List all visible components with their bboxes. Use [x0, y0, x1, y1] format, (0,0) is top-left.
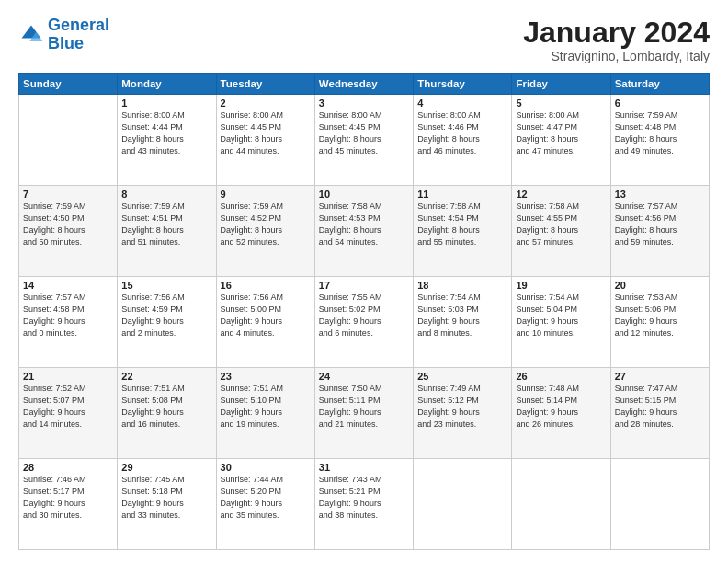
- logo-line1: General: [48, 16, 109, 34]
- table-row: [19, 95, 118, 186]
- calendar-header-row: Sunday Monday Tuesday Wednesday Thursday…: [19, 74, 710, 95]
- table-row: 31Sunrise: 7:43 AM Sunset: 5:21 PM Dayli…: [314, 459, 413, 550]
- day-number: 21: [23, 371, 113, 382]
- day-info: Sunrise: 7:51 AM Sunset: 5:10 PM Dayligh…: [221, 383, 311, 431]
- calendar-week-row: 21Sunrise: 7:52 AM Sunset: 5:07 PM Dayli…: [19, 368, 710, 459]
- day-info: Sunrise: 7:51 AM Sunset: 5:08 PM Dayligh…: [121, 383, 211, 431]
- day-info: Sunrise: 7:59 AM Sunset: 4:48 PM Dayligh…: [615, 109, 705, 157]
- table-row: 26Sunrise: 7:48 AM Sunset: 5:14 PM Dayli…: [512, 368, 610, 459]
- table-row: 29Sunrise: 7:45 AM Sunset: 5:18 PM Dayli…: [118, 459, 216, 550]
- logo-icon: [18, 22, 44, 48]
- day-number: 4: [417, 98, 507, 109]
- day-info: Sunrise: 7:43 AM Sunset: 5:21 PM Dayligh…: [319, 474, 409, 522]
- table-row: 16Sunrise: 7:56 AM Sunset: 5:00 PM Dayli…: [216, 277, 314, 368]
- calendar-table: Sunday Monday Tuesday Wednesday Thursday…: [18, 73, 710, 550]
- day-number: 13: [615, 189, 705, 200]
- table-row: [512, 459, 610, 550]
- day-info: Sunrise: 8:00 AM Sunset: 4:45 PM Dayligh…: [319, 109, 409, 157]
- col-wednesday: Wednesday: [314, 74, 413, 95]
- calendar-week-row: 14Sunrise: 7:57 AM Sunset: 4:58 PM Dayli…: [19, 277, 710, 368]
- day-number: 30: [221, 462, 311, 473]
- day-number: 25: [417, 371, 507, 382]
- col-monday: Monday: [118, 74, 216, 95]
- table-row: 21Sunrise: 7:52 AM Sunset: 5:07 PM Dayli…: [19, 368, 118, 459]
- day-number: 10: [319, 189, 409, 200]
- month-title: January 2024: [523, 17, 710, 49]
- title-block: January 2024 Stravignino, Lombardy, Ital…: [523, 17, 710, 63]
- day-number: 12: [516, 189, 606, 200]
- table-row: 14Sunrise: 7:57 AM Sunset: 4:58 PM Dayli…: [19, 277, 118, 368]
- table-row: 6Sunrise: 7:59 AM Sunset: 4:48 PM Daylig…: [610, 95, 709, 186]
- day-number: 1: [121, 98, 211, 109]
- day-number: 16: [221, 280, 311, 291]
- col-sunday: Sunday: [19, 74, 118, 95]
- day-info: Sunrise: 7:58 AM Sunset: 4:54 PM Dayligh…: [417, 201, 507, 248]
- header: General Blue January 2024 Stravignino, L…: [18, 17, 710, 63]
- logo: General Blue: [18, 17, 109, 53]
- day-info: Sunrise: 7:56 AM Sunset: 4:59 PM Dayligh…: [121, 292, 211, 339]
- day-info: Sunrise: 7:54 AM Sunset: 5:04 PM Dayligh…: [516, 292, 606, 339]
- day-number: 28: [23, 462, 113, 473]
- day-info: Sunrise: 7:57 AM Sunset: 4:56 PM Dayligh…: [615, 201, 705, 248]
- table-row: 30Sunrise: 7:44 AM Sunset: 5:20 PM Dayli…: [216, 459, 314, 550]
- table-row: 13Sunrise: 7:57 AM Sunset: 4:56 PM Dayli…: [610, 186, 709, 277]
- calendar-week-row: 7Sunrise: 7:59 AM Sunset: 4:50 PM Daylig…: [19, 186, 710, 277]
- table-row: 23Sunrise: 7:51 AM Sunset: 5:10 PM Dayli…: [216, 368, 314, 459]
- day-info: Sunrise: 7:58 AM Sunset: 4:55 PM Dayligh…: [516, 201, 606, 248]
- table-row: 19Sunrise: 7:54 AM Sunset: 5:04 PM Dayli…: [512, 277, 610, 368]
- day-info: Sunrise: 7:55 AM Sunset: 5:02 PM Dayligh…: [319, 292, 409, 339]
- day-info: Sunrise: 7:44 AM Sunset: 5:20 PM Dayligh…: [221, 474, 311, 522]
- day-number: 3: [319, 98, 409, 109]
- day-number: 17: [319, 280, 409, 291]
- logo-text: General Blue: [48, 17, 109, 53]
- day-number: 27: [615, 371, 705, 382]
- table-row: 20Sunrise: 7:53 AM Sunset: 5:06 PM Dayli…: [610, 277, 709, 368]
- day-info: Sunrise: 8:00 AM Sunset: 4:44 PM Dayligh…: [121, 109, 211, 157]
- table-row: 15Sunrise: 7:56 AM Sunset: 4:59 PM Dayli…: [118, 277, 216, 368]
- day-info: Sunrise: 7:56 AM Sunset: 5:00 PM Dayligh…: [221, 292, 311, 339]
- table-row: 17Sunrise: 7:55 AM Sunset: 5:02 PM Dayli…: [314, 277, 413, 368]
- col-friday: Friday: [512, 74, 610, 95]
- day-info: Sunrise: 8:00 AM Sunset: 4:47 PM Dayligh…: [516, 109, 606, 157]
- day-number: 22: [121, 371, 211, 382]
- day-number: 19: [516, 280, 606, 291]
- day-number: 2: [221, 98, 311, 109]
- day-info: Sunrise: 7:48 AM Sunset: 5:14 PM Dayligh…: [516, 383, 606, 431]
- day-info: Sunrise: 7:50 AM Sunset: 5:11 PM Dayligh…: [319, 383, 409, 431]
- day-info: Sunrise: 7:58 AM Sunset: 4:53 PM Dayligh…: [319, 201, 409, 248]
- logo-line2: Blue: [48, 34, 84, 52]
- day-number: 11: [417, 189, 507, 200]
- day-number: 31: [319, 462, 409, 473]
- table-row: 22Sunrise: 7:51 AM Sunset: 5:08 PM Dayli…: [118, 368, 216, 459]
- table-row: 18Sunrise: 7:54 AM Sunset: 5:03 PM Dayli…: [414, 277, 512, 368]
- table-row: 5Sunrise: 8:00 AM Sunset: 4:47 PM Daylig…: [512, 95, 610, 186]
- day-info: Sunrise: 7:47 AM Sunset: 5:15 PM Dayligh…: [615, 383, 705, 431]
- day-info: Sunrise: 7:53 AM Sunset: 5:06 PM Dayligh…: [615, 292, 705, 339]
- day-info: Sunrise: 8:00 AM Sunset: 4:46 PM Dayligh…: [417, 109, 507, 157]
- day-info: Sunrise: 7:46 AM Sunset: 5:17 PM Dayligh…: [23, 474, 113, 522]
- day-number: 24: [319, 371, 409, 382]
- day-info: Sunrise: 8:00 AM Sunset: 4:45 PM Dayligh…: [221, 109, 311, 157]
- col-saturday: Saturday: [610, 74, 709, 95]
- table-row: 4Sunrise: 8:00 AM Sunset: 4:46 PM Daylig…: [414, 95, 512, 186]
- table-row: 11Sunrise: 7:58 AM Sunset: 4:54 PM Dayli…: [414, 186, 512, 277]
- day-info: Sunrise: 7:54 AM Sunset: 5:03 PM Dayligh…: [417, 292, 507, 339]
- table-row: 9Sunrise: 7:59 AM Sunset: 4:52 PM Daylig…: [216, 186, 314, 277]
- table-row: [610, 459, 709, 550]
- table-row: 28Sunrise: 7:46 AM Sunset: 5:17 PM Dayli…: [19, 459, 118, 550]
- day-number: 6: [615, 98, 705, 109]
- day-info: Sunrise: 7:49 AM Sunset: 5:12 PM Dayligh…: [417, 383, 507, 431]
- calendar-week-row: 28Sunrise: 7:46 AM Sunset: 5:17 PM Dayli…: [19, 459, 710, 550]
- table-row: 7Sunrise: 7:59 AM Sunset: 4:50 PM Daylig…: [19, 186, 118, 277]
- table-row: 8Sunrise: 7:59 AM Sunset: 4:51 PM Daylig…: [118, 186, 216, 277]
- day-info: Sunrise: 7:59 AM Sunset: 4:52 PM Dayligh…: [221, 201, 311, 248]
- calendar-week-row: 1Sunrise: 8:00 AM Sunset: 4:44 PM Daylig…: [19, 95, 710, 186]
- page: General Blue January 2024 Stravignino, L…: [0, 0, 728, 563]
- day-info: Sunrise: 7:45 AM Sunset: 5:18 PM Dayligh…: [121, 474, 211, 522]
- day-info: Sunrise: 7:52 AM Sunset: 5:07 PM Dayligh…: [23, 383, 113, 431]
- table-row: 12Sunrise: 7:58 AM Sunset: 4:55 PM Dayli…: [512, 186, 610, 277]
- table-row: 1Sunrise: 8:00 AM Sunset: 4:44 PM Daylig…: [118, 95, 216, 186]
- day-number: 5: [516, 98, 606, 109]
- day-info: Sunrise: 7:59 AM Sunset: 4:51 PM Dayligh…: [121, 201, 211, 248]
- day-number: 23: [221, 371, 311, 382]
